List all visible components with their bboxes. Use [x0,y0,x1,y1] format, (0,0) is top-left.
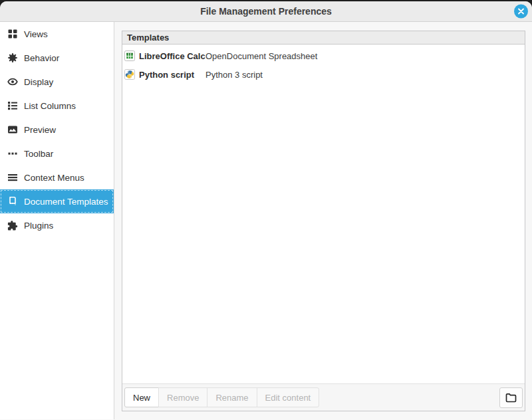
window-content: Views Behavior [0,22,532,419]
sidebar-item-label: Behavior [24,53,59,63]
template-name: Python script [139,70,205,80]
remove-button[interactable]: Remove [158,387,207,407]
sidebar-item-context-menus[interactable]: Context Menus [0,165,114,189]
list-columns-icon [7,100,18,111]
sidebar-item-plugins[interactable]: Plugins [0,213,114,237]
sidebar-item-document-templates[interactable]: Document Templates [0,189,114,213]
sidebar-item-label: Document Templates [24,197,108,207]
templates-action-bar: New Remove Rename Edit content [122,383,525,411]
sidebar-item-label: Views [24,29,48,39]
puzzle-icon [7,220,18,231]
template-buttons-group: New Remove Rename Edit content [124,387,319,407]
sidebar: Views Behavior [0,22,114,419]
python-icon [124,69,135,80]
sidebar-item-behavior[interactable]: Behavior [0,46,114,70]
template-row-libreoffice-calc[interactable]: LibreOffice Calc OpenDocument Spreadshee… [122,47,525,65]
rename-button[interactable]: Rename [207,387,257,407]
gear-icon [7,52,18,63]
templates-list: LibreOffice Calc OpenDocument Spreadshee… [122,45,525,383]
document-icon [7,196,18,207]
sidebar-item-label: Preview [24,125,56,135]
photo-icon [7,124,18,135]
template-description: OpenDocument Spreadsheet [205,51,317,61]
grid-icon [7,29,18,39]
sidebar-item-toolbar[interactable]: Toolbar [0,142,114,165]
template-row-python-script[interactable]: Python script Python 3 script [122,65,525,84]
edit-content-button[interactable]: Edit content [257,387,320,407]
main-panel: Templates LibreOffice Calc [114,22,532,419]
sidebar-item-label: List Columns [24,101,76,111]
libreoffice-calc-icon [124,51,135,61]
close-icon [517,8,525,15]
eye-icon [7,76,18,87]
templates-column-header: Templates [122,31,525,45]
sidebar-item-label: Plugins [24,221,53,231]
sidebar-item-label: Display [24,77,53,87]
ellipsis-icon [7,148,18,159]
templates-frame: Templates LibreOffice Calc [122,31,525,411]
hamburger-icon [7,172,18,183]
sidebar-item-display[interactable]: Display [0,70,114,94]
template-name: LibreOffice Calc [139,51,205,61]
sidebar-item-preview[interactable]: Preview [0,118,114,142]
open-templates-folder-button[interactable] [499,387,523,408]
preferences-window: File Management Preferences Views [0,1,532,420]
sidebar-item-label: Toolbar [24,149,53,159]
sidebar-item-views[interactable]: Views [0,22,114,46]
new-button[interactable]: New [124,387,159,407]
close-button[interactable] [514,5,528,19]
folder-icon [505,393,517,403]
titlebar: File Management Preferences [0,1,532,22]
window-title: File Management Preferences [200,6,332,17]
sidebar-item-list-columns[interactable]: List Columns [0,94,114,118]
template-description: Python 3 script [205,70,263,80]
sidebar-item-label: Context Menus [24,173,84,183]
